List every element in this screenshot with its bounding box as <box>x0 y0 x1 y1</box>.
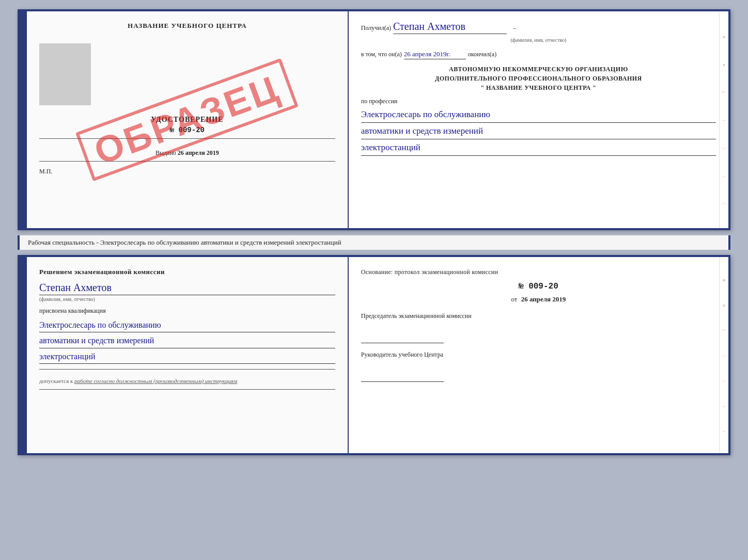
vert-strip-top: и а ← – – – – <box>719 11 728 228</box>
rukovoditel-signature-line <box>361 372 444 382</box>
predsedatel-signature-line <box>361 333 444 343</box>
document-type: УДОСТОВЕРЕНИЕ <box>39 116 335 124</box>
top-right-panel: Получил(а) Степан Ахметов – (фамилия, им… <box>349 11 728 228</box>
poluchil-line: Получил(а) Степан Ахметов – <box>361 21 716 34</box>
bottom-left-panel: Решением экзаменационной комиссии Степан… <box>27 257 349 453</box>
vtom-date: 26 апреля 2019г. <box>404 50 466 59</box>
predsedatel-title: Председатель экзаменационной комиссии <box>361 312 716 321</box>
vydano-date: 26 апреля 2019 <box>178 149 219 156</box>
osnovanie-text: Основание: протокол экзаменационной коми… <box>361 268 498 276</box>
qualification-line2: автоматики и средств измерений <box>39 333 335 348</box>
photo-placeholder <box>39 43 91 105</box>
osnovanie-label: Основание: протокол экзаменационной коми… <box>361 267 716 277</box>
rukovoditel-title: Руководитель учебного Центра <box>361 350 716 359</box>
middle-strip: Рабочая специальность - Электрослесарь п… <box>18 235 730 250</box>
bottom-number: № 009-20 <box>361 282 716 291</box>
org-line3: " НАЗВАНИЕ УЧЕБНОГО ЦЕНТРА " <box>361 83 716 92</box>
org-line2: ДОПОЛНИТЕЛЬНОГО ПРОФЕССИОНАЛЬНОГО ОБРАЗО… <box>361 74 716 83</box>
top-left-panel: НАЗВАНИЕ УЧЕБНОГО ЦЕНТРА УДОСТОВЕРЕНИЕ №… <box>27 11 349 228</box>
ot-label: от <box>511 295 517 303</box>
dopuskaetsya-text: работе согласно должностным (производств… <box>74 378 237 384</box>
profession-text: Электрослесарь по обслуживанию автоматик… <box>361 107 716 156</box>
top-booklet: НАЗВАНИЕ УЧЕБНОГО ЦЕНТРА УДОСТОВЕРЕНИЕ №… <box>18 9 730 230</box>
vert-strip-bottom: и а ← – – – – <box>719 257 728 453</box>
vtom-line: в том, что он(а) 26 апреля 2019г. окончи… <box>361 50 716 59</box>
qualification-text: Электрослесарь по обслуживанию автоматик… <box>39 318 335 364</box>
dopuskaetsya-label: допускается к <box>39 378 73 384</box>
bottom-booklet: Решением экзаменационной комиссии Степан… <box>18 255 730 455</box>
booklet-spine <box>20 11 27 228</box>
vydano-label: Выдано <box>155 149 176 156</box>
vtom-label: в том, что он(а) <box>361 51 402 58</box>
predsedatel-block: Председатель экзаменационной комиссии <box>361 312 716 343</box>
okonchil-label: окончил(а) <box>468 51 496 58</box>
profession-line1: Электрослесарь по обслуживанию <box>361 107 716 123</box>
bottom-right-panel: Основание: протокол экзаменационной коми… <box>349 257 728 453</box>
dopuskaetsya-block: допускается к работе согласно должностны… <box>39 377 335 386</box>
profession-line3: электростанций <box>361 140 716 156</box>
bottom-date-value: 26 апреля 2019 <box>521 295 566 303</box>
bottom-fio-sublabel: (фамилия, имя, отчество) <box>39 296 335 302</box>
vydano-line: Выдано 26 апреля 2019 <box>39 149 335 157</box>
bottom-date-line: от 26 апреля 2019 <box>361 295 716 303</box>
qualification-line1: Электрослесарь по обслуживанию <box>39 318 335 332</box>
cert-number: № 009-20 <box>39 126 335 134</box>
recipient-name: Степан Ахметов <box>393 21 507 34</box>
org-line1: АВТОНОМНУЮ НЕКОММЕРЧЕСКУЮ ОРГАНИЗАЦИЮ <box>361 65 716 74</box>
poluchil-label: Получил(а) <box>361 24 391 32</box>
prisvoena-label: присвоена квалификация <box>39 307 335 315</box>
qualification-line3: электростанций <box>39 349 335 364</box>
bottom-recipient-name: Степан Ахметов <box>39 282 335 295</box>
middle-strip-text: Рабочая специальность - Электрослесарь п… <box>28 238 341 246</box>
fio-sublabel: (фамилия, имя, отчество) <box>361 37 716 43</box>
po-professii-label: по профессии <box>361 98 716 105</box>
org-text: АВТОНОМНУЮ НЕКОММЕРЧЕСКУЮ ОРГАНИЗАЦИЮ ДО… <box>361 65 716 92</box>
bottom-left-title: Решением экзаменационной комиссии <box>39 267 335 277</box>
cert-title: НАЗВАНИЕ УЧЕБНОГО ЦЕНТРА <box>39 22 335 30</box>
profession-line2: автоматики и средств измерений <box>361 124 716 139</box>
rukovoditel-block: Руководитель учебного Центра <box>361 350 716 382</box>
bottom-booklet-spine <box>20 257 27 453</box>
mp-label: М.П. <box>39 168 335 175</box>
